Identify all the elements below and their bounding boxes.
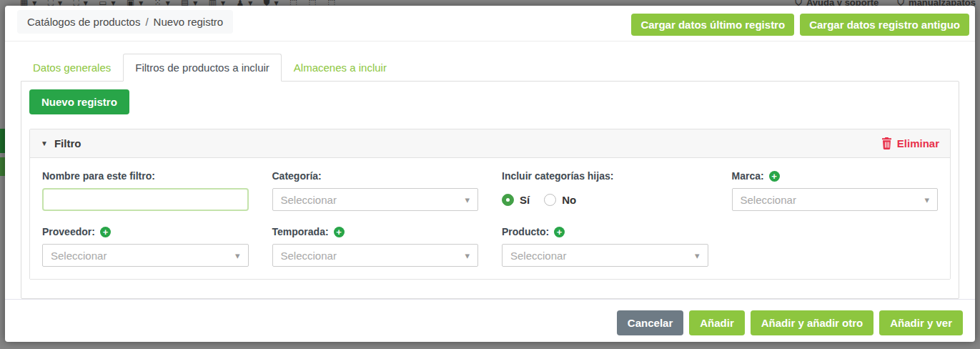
field-supplier: Proveedor: + Seleccionar ▾ [42, 226, 249, 267]
include-children-label: Incluir categorías hijas: [502, 170, 708, 182]
breadcrumb-separator: / [145, 16, 148, 28]
radio-yes-label: Sí [520, 194, 530, 206]
filter-header: ▼ Filtro Eliminar [30, 129, 950, 158]
filter-body: Nombre para este filtro: Categoría: Sele… [30, 158, 950, 279]
header-buttons: Cargar datos último registro Cargar dato… [631, 10, 969, 36]
season-label: Temporada: [272, 226, 329, 237]
tab-datos-generales[interactable]: Datos generales [21, 54, 123, 82]
product-select[interactable]: Seleccionar ▾ [502, 244, 708, 267]
brand-select-placeholder: Seleccionar [741, 194, 796, 206]
tab-almacenes[interactable]: Almacenes a incluir [282, 54, 399, 82]
include-children-radio-group: Sí No [502, 188, 708, 211]
load-last-record-button[interactable]: Cargar datos último registro [631, 14, 794, 36]
background-green-block [0, 157, 5, 176]
empty-grid-cell [732, 226, 939, 267]
chevron-down-icon: ▾ [465, 195, 470, 205]
add-and-add-another-button[interactable]: Añadir y añadir otro [751, 310, 874, 335]
filter-collapse-toggle[interactable]: ▼ Filtro [41, 137, 81, 149]
background-page-left-sliver [0, 129, 5, 176]
add-button[interactable]: Añadir [689, 310, 745, 335]
radio-no-label: No [562, 194, 576, 206]
add-supplier-icon[interactable]: + [100, 227, 111, 237]
chevron-down-icon: ▾ [235, 250, 240, 261]
tabs-section: Datos generales Filtros de productos a i… [5, 41, 975, 299]
chevron-down-icon: ▾ [695, 250, 700, 261]
trash-icon [881, 137, 892, 149]
category-select-placeholder: Seleccionar [281, 194, 337, 206]
add-and-view-button[interactable]: Añadir y ver [879, 310, 963, 335]
breadcrumb: Catálogos de productos / Nuevo registro [17, 10, 233, 34]
modal-footer: Cancelar Añadir Añadir y añadir otro Aña… [5, 299, 975, 344]
field-category: Categoría: Seleccionar ▾ [272, 170, 479, 211]
supplier-select[interactable]: Seleccionar ▾ [42, 244, 249, 267]
filter-name-label: Nombre para este filtro: [42, 170, 249, 182]
add-product-icon[interactable]: + [554, 227, 565, 237]
chevron-down-icon: ▾ [924, 195, 929, 205]
brand-select[interactable]: Seleccionar ▾ [732, 188, 939, 211]
brand-label: Marca: [732, 170, 764, 182]
tab-panel-filtros: Nuevo registro ▼ Filtro Eliminar [21, 81, 959, 299]
radio-option-yes[interactable]: Sí [502, 194, 530, 206]
add-season-icon[interactable]: + [334, 227, 345, 237]
field-season: Temporada: + Seleccionar ▾ [272, 226, 479, 267]
chevron-down-icon: ▼ [41, 139, 48, 147]
delete-filter-button[interactable]: Eliminar [881, 137, 939, 149]
category-select[interactable]: Seleccionar ▾ [272, 188, 479, 211]
tab-bar: Datos generales Filtros de productos a i… [21, 54, 959, 81]
filter-name-input[interactable] [42, 188, 249, 211]
tab-filtros-productos[interactable]: Filtros de productos a incluir [123, 54, 282, 82]
field-brand: Marca: + Seleccionar ▾ [732, 170, 939, 211]
product-select-placeholder: Seleccionar [510, 250, 566, 262]
product-label: Producto: [502, 226, 549, 237]
field-filter-name: Nombre para este filtro: [42, 170, 249, 211]
supplier-label: Proveedor: [42, 226, 95, 237]
new-filter-button[interactable]: Nuevo registro [29, 89, 129, 114]
delete-filter-label: Eliminar [897, 137, 939, 149]
field-product: Producto: + Seleccionar ▾ [502, 226, 708, 267]
background-green-block [0, 129, 5, 153]
modal-header: Catálogos de productos / Nuevo registro … [5, 6, 975, 41]
filter-title: Filtro [54, 137, 81, 149]
chevron-down-icon: ▾ [465, 250, 470, 261]
radio-checked-icon[interactable] [502, 194, 514, 206]
breadcrumb-item-catalogos[interactable]: Catálogos de productos [27, 16, 140, 28]
cancel-button[interactable]: Cancelar [617, 310, 683, 335]
category-label: Categoría: [272, 170, 479, 182]
radio-unchecked-icon[interactable] [544, 194, 556, 206]
new-record-modal: Catálogos de productos / Nuevo registro … [5, 6, 975, 342]
filter-card: ▼ Filtro Eliminar Nombre para este filtr… [29, 129, 951, 280]
load-old-record-button[interactable]: Cargar datos registro antiguo [800, 14, 969, 36]
season-select[interactable]: Seleccionar ▾ [272, 244, 479, 267]
radio-option-no[interactable]: No [544, 194, 576, 206]
breadcrumb-item-nuevo-registro: Nuevo registro [154, 16, 224, 28]
add-brand-icon[interactable]: + [769, 171, 780, 182]
season-select-placeholder: Seleccionar [281, 250, 337, 262]
supplier-select-placeholder: Seleccionar [51, 250, 107, 262]
field-include-children: Incluir categorías hijas: Sí No [502, 170, 708, 211]
